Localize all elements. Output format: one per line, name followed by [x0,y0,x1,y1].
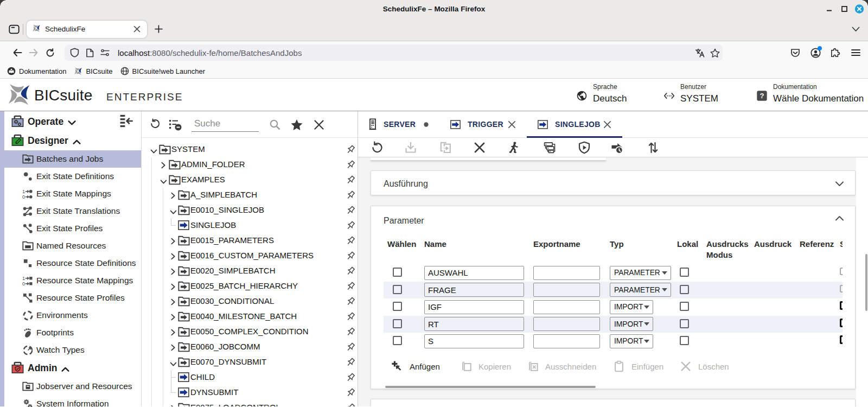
pin-icon[interactable] [345,403,356,406]
bookmark-item[interactable]: BICsuite [74,67,112,75]
menu-icon[interactable] [847,44,864,61]
account-icon[interactable] [807,44,824,61]
pin-icon[interactable] [345,357,356,370]
tree-expand-icon[interactable] [170,359,177,368]
doc-tab-close-icon[interactable] [603,120,611,129]
lokal-checkbox[interactable] [680,319,689,328]
sidebar-item-exit-state-mappings[interactable]: 10Exit State Mappings [0,185,141,202]
tab-close-icon[interactable] [131,23,143,35]
tree-row-e0040_milestone_batch[interactable]: E0040_MILESTONE_BATCH [142,309,358,325]
bookmark-item[interactable]: BICsuite!web Launcher [120,67,205,75]
toolbar-exit-box-icon[interactable] [438,141,452,155]
sidebar-item-exit-state-definitions[interactable]: Exit State Definitions [0,168,141,185]
action-löschen[interactable]: Löschen [680,357,729,376]
back-button[interactable] [9,44,25,61]
sidebar-scrollbar[interactable] [0,111,4,406]
toolbar-batch-stack-icon[interactable] [542,141,557,155]
tree-row-e0060_jobcomm[interactable]: E0060_JOBCOMM [142,340,358,355]
pin-icon[interactable] [345,175,356,188]
sidebar-group-operate[interactable]: Operate [0,112,141,131]
pin-icon[interactable] [345,387,356,400]
tree-row-e0016_custom_parameters[interactable]: E0016_CUSTOM_PARAMETERS [142,249,358,264]
reload-button[interactable] [42,44,58,61]
toolbar-reload-icon[interactable] [370,141,384,155]
typ-select[interactable]: PARAMETER [610,266,671,280]
select-checkbox[interactable] [393,302,402,311]
translate-icon[interactable] [692,45,707,60]
tree-row-dynsubmit[interactable]: DYNSUBMIT [142,385,358,400]
sidebar-item-resource-state-profiles[interactable]: Resource State Profiles [0,289,141,307]
browser-tab[interactable]: SchedulixFe [27,21,147,38]
pin-icon[interactable] [345,236,356,249]
tree-collapse-icon[interactable] [171,252,175,262]
sidebar-item-named-resources[interactable]: Named Resources [0,237,141,255]
url-text[interactable]: localhost:8080/schedulix-fe/home/Batches… [118,48,692,58]
tree-row-a_simplebatch[interactable]: A_SIMPLEBATCH [142,188,358,203]
name-input[interactable] [424,283,524,297]
tree-refresh-icon[interactable] [150,118,161,131]
pin-icon[interactable] [345,281,356,294]
tree-expand-icon[interactable] [150,146,157,156]
exportname-input[interactable] [533,334,600,348]
name-input[interactable] [424,334,524,348]
toolbar-shield-play-icon[interactable] [577,141,591,155]
tree-collapse-icon[interactable] [161,161,165,171]
pin-icon[interactable] [345,144,356,157]
name-input[interactable] [424,300,524,314]
doc-tab-server[interactable]: SERVER [358,111,439,137]
tree-expand-icon[interactable] [160,176,167,186]
tree-row-e0070_dynsubmit[interactable]: E0070_DYNSUBMIT [142,355,358,370]
header-widget-benutzer[interactable]: BenutzerSYSTEM [663,83,718,104]
pin-icon[interactable] [345,160,356,173]
pin-icon[interactable] [345,220,356,233]
action-anfügen[interactable]: Anfügen [391,357,440,376]
select-checkbox[interactable] [393,268,402,277]
minimize-button[interactable] [824,2,834,15]
tree-collapse-icon[interactable] [171,344,175,353]
toolbar-save-icon[interactable] [404,141,418,155]
tree-row-child[interactable]: CHILD [142,370,358,385]
sidebar-item-system-information[interactable]: System Information [0,395,141,407]
doc-tab-trigger[interactable]: TRIGGER [439,111,527,137]
select-checkbox[interactable] [393,285,402,294]
exportname-input[interactable] [533,317,600,331]
exportname-input[interactable] [533,300,600,314]
pin-icon[interactable] [345,205,356,218]
tree-row-examples[interactable]: EXAMPLES [142,173,358,188]
url-bar[interactable]: localhost:8080/schedulix-fe/home/Batches… [65,44,723,61]
pocket-icon[interactable] [787,44,803,61]
tree-collapse-icon[interactable] [171,313,175,323]
sidebar-item-resource-state-mappings[interactable]: 10Resource State Mappings [0,272,141,289]
sidebar-item-watch-types[interactable]: Watch Types [0,341,141,359]
sidebar-group-admin[interactable]: Admin [0,359,141,378]
tree-row-e0020_simplebatch[interactable]: E0020_SIMPLEBATCH [142,264,358,279]
action-einfügen[interactable]: Einfügen [613,357,663,376]
doc-tab-singlejob[interactable]: SINGLEJOB [527,111,622,137]
toolbar-updown-icon[interactable] [646,141,660,155]
list-all-tabs-button[interactable] [847,21,864,37]
table-horizontal-scrollbar[interactable] [385,386,596,388]
typ-select[interactable]: IMPORT [610,300,653,314]
exportname-input[interactable] [533,266,600,280]
pin-icon[interactable] [345,251,356,264]
permissions-icon[interactable] [97,45,112,60]
tree-collapse-icon[interactable] [171,268,175,277]
tree-row-e0010_singlejob[interactable]: E0010_SINGLEJOB [142,203,358,218]
section-ausfuehrung[interactable]: Ausführung [371,170,856,195]
tree-row-e0075_loadcontrol[interactable]: E0075_LOADCONTROL [142,400,358,406]
tree-collapse-icon[interactable] [171,298,175,308]
new-tab-button[interactable] [150,21,167,37]
header-widget-dokumentation[interactable]: ?DokumentationWähle Dokumentation [756,83,864,104]
name-input[interactable] [424,266,524,280]
tree-collapse-all-icon[interactable] [169,118,183,133]
tree-collapse-icon[interactable] [171,237,175,247]
page-vertical-scrollbar[interactable] [865,254,867,311]
tree-expand-icon[interactable] [170,207,177,217]
sidebar-item-footprints[interactable]: Footprints [0,324,141,341]
lokal-checkbox[interactable] [680,285,689,294]
name-input[interactable] [424,317,524,331]
pin-icon[interactable] [345,311,356,325]
sidebar-group-designer[interactable]: Designer [0,131,141,150]
sidebar-item-resource-state-definitions[interactable]: Resource State Definitions [0,255,141,272]
extensions-icon[interactable] [827,44,844,61]
